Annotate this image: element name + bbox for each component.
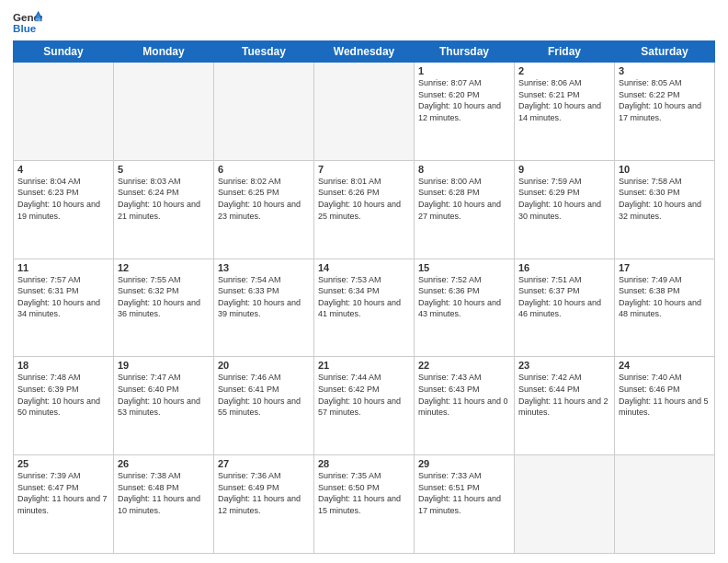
svg-text:Blue: Blue xyxy=(13,22,37,34)
day-info: Sunrise: 7:54 AMSunset: 6:33 PMDaylight:… xyxy=(218,274,310,320)
day-info: Sunrise: 7:52 AMSunset: 6:36 PMDaylight:… xyxy=(418,274,510,320)
calendar-cell: 15Sunrise: 7:52 AMSunset: 6:36 PMDayligh… xyxy=(415,259,515,357)
day-info: Sunrise: 8:01 AMSunset: 6:26 PMDaylight:… xyxy=(318,176,410,222)
logo: General Blue xyxy=(13,9,42,35)
generalblue-logo-icon: General Blue xyxy=(13,9,42,35)
calendar-cell: 17Sunrise: 7:49 AMSunset: 6:38 PMDayligh… xyxy=(615,259,715,357)
day-number: 3 xyxy=(619,65,711,76)
day-number: 8 xyxy=(418,164,510,175)
calendar-cell: 10Sunrise: 7:58 AMSunset: 6:30 PMDayligh… xyxy=(615,160,715,259)
weekday-header-friday: Friday xyxy=(515,41,615,63)
calendar-cell: 13Sunrise: 7:54 AMSunset: 6:33 PMDayligh… xyxy=(214,259,314,357)
day-number: 11 xyxy=(17,262,109,273)
day-info: Sunrise: 8:04 AMSunset: 6:23 PMDaylight:… xyxy=(17,176,109,222)
week-row-4: 25Sunrise: 7:39 AMSunset: 6:47 PMDayligh… xyxy=(14,455,715,554)
day-info: Sunrise: 8:02 AMSunset: 6:25 PMDaylight:… xyxy=(218,176,310,222)
calendar-cell: 18Sunrise: 7:48 AMSunset: 6:39 PMDayligh… xyxy=(14,357,114,455)
calendar-cell: 25Sunrise: 7:39 AMSunset: 6:47 PMDayligh… xyxy=(14,455,114,554)
day-number: 12 xyxy=(118,262,210,273)
day-info: Sunrise: 7:42 AMSunset: 6:44 PMDaylight:… xyxy=(518,372,610,418)
day-number: 13 xyxy=(218,262,310,273)
day-info: Sunrise: 8:00 AMSunset: 6:28 PMDaylight:… xyxy=(418,176,510,222)
day-number: 16 xyxy=(518,262,610,273)
calendar-cell: 26Sunrise: 7:38 AMSunset: 6:48 PMDayligh… xyxy=(114,455,214,554)
day-info: Sunrise: 8:06 AMSunset: 6:21 PMDaylight:… xyxy=(518,77,610,123)
calendar-table: SundayMondayTuesdayWednesdayThursdayFrid… xyxy=(13,40,715,554)
day-info: Sunrise: 7:55 AMSunset: 6:32 PMDaylight:… xyxy=(118,274,210,320)
calendar-cell xyxy=(214,63,314,161)
day-number: 6 xyxy=(218,164,310,175)
day-info: Sunrise: 7:58 AMSunset: 6:30 PMDaylight:… xyxy=(619,176,711,222)
day-info: Sunrise: 7:39 AMSunset: 6:47 PMDaylight:… xyxy=(17,470,109,516)
day-number: 28 xyxy=(318,458,410,469)
day-info: Sunrise: 7:59 AMSunset: 6:29 PMDaylight:… xyxy=(518,176,610,222)
day-number: 23 xyxy=(518,360,610,371)
weekday-header-wednesday: Wednesday xyxy=(314,41,415,63)
day-info: Sunrise: 7:53 AMSunset: 6:34 PMDaylight:… xyxy=(318,274,410,320)
day-number: 25 xyxy=(17,458,109,469)
week-row-3: 18Sunrise: 7:48 AMSunset: 6:39 PMDayligh… xyxy=(14,357,715,455)
calendar-cell: 6Sunrise: 8:02 AMSunset: 6:25 PMDaylight… xyxy=(214,160,314,259)
day-info: Sunrise: 7:57 AMSunset: 6:31 PMDaylight:… xyxy=(17,274,109,320)
day-info: Sunrise: 7:43 AMSunset: 6:43 PMDaylight:… xyxy=(418,372,510,418)
weekday-header-sunday: Sunday xyxy=(14,41,114,63)
calendar-cell: 20Sunrise: 7:46 AMSunset: 6:41 PMDayligh… xyxy=(214,357,314,455)
calendar-cell: 27Sunrise: 7:36 AMSunset: 6:49 PMDayligh… xyxy=(214,455,314,554)
day-info: Sunrise: 7:38 AMSunset: 6:48 PMDaylight:… xyxy=(118,470,210,516)
day-number: 29 xyxy=(418,458,510,469)
day-number: 19 xyxy=(118,360,210,371)
calendar-cell: 28Sunrise: 7:35 AMSunset: 6:50 PMDayligh… xyxy=(314,455,415,554)
day-info: Sunrise: 7:40 AMSunset: 6:46 PMDaylight:… xyxy=(619,372,711,418)
calendar-cell: 14Sunrise: 7:53 AMSunset: 6:34 PMDayligh… xyxy=(314,259,415,357)
calendar-cell xyxy=(314,63,415,161)
calendar-cell: 4Sunrise: 8:04 AMSunset: 6:23 PMDaylight… xyxy=(14,160,114,259)
header: General Blue xyxy=(13,9,715,35)
day-number: 26 xyxy=(118,458,210,469)
calendar-cell: 2Sunrise: 8:06 AMSunset: 6:21 PMDaylight… xyxy=(515,63,615,161)
weekday-header-thursday: Thursday xyxy=(415,41,515,63)
calendar-cell: 24Sunrise: 7:40 AMSunset: 6:46 PMDayligh… xyxy=(615,357,715,455)
day-number: 5 xyxy=(118,164,210,175)
weekday-header-saturday: Saturday xyxy=(615,41,715,63)
day-number: 17 xyxy=(619,262,711,273)
day-number: 2 xyxy=(518,65,610,76)
day-number: 21 xyxy=(318,360,410,371)
calendar-cell: 8Sunrise: 8:00 AMSunset: 6:28 PMDaylight… xyxy=(415,160,515,259)
day-number: 15 xyxy=(418,262,510,273)
calendar-cell xyxy=(114,63,214,161)
day-number: 10 xyxy=(619,164,711,175)
week-row-2: 11Sunrise: 7:57 AMSunset: 6:31 PMDayligh… xyxy=(14,259,715,357)
calendar-cell xyxy=(615,455,715,554)
day-info: Sunrise: 8:05 AMSunset: 6:22 PMDaylight:… xyxy=(619,77,711,123)
day-info: Sunrise: 7:44 AMSunset: 6:42 PMDaylight:… xyxy=(318,372,410,418)
calendar-cell: 9Sunrise: 7:59 AMSunset: 6:29 PMDaylight… xyxy=(515,160,615,259)
day-number: 20 xyxy=(218,360,310,371)
calendar-cell: 5Sunrise: 8:03 AMSunset: 6:24 PMDaylight… xyxy=(114,160,214,259)
calendar-cell xyxy=(515,455,615,554)
weekday-header-row: SundayMondayTuesdayWednesdayThursdayFrid… xyxy=(14,41,715,63)
day-info: Sunrise: 7:46 AMSunset: 6:41 PMDaylight:… xyxy=(218,372,310,418)
day-number: 27 xyxy=(218,458,310,469)
calendar-cell: 12Sunrise: 7:55 AMSunset: 6:32 PMDayligh… xyxy=(114,259,214,357)
calendar-cell: 16Sunrise: 7:51 AMSunset: 6:37 PMDayligh… xyxy=(515,259,615,357)
calendar-cell: 11Sunrise: 7:57 AMSunset: 6:31 PMDayligh… xyxy=(14,259,114,357)
week-row-1: 4Sunrise: 8:04 AMSunset: 6:23 PMDaylight… xyxy=(14,160,715,259)
calendar-cell: 21Sunrise: 7:44 AMSunset: 6:42 PMDayligh… xyxy=(314,357,415,455)
week-row-0: 1Sunrise: 8:07 AMSunset: 6:20 PMDaylight… xyxy=(14,63,715,161)
calendar-cell: 22Sunrise: 7:43 AMSunset: 6:43 PMDayligh… xyxy=(415,357,515,455)
calendar-cell: 19Sunrise: 7:47 AMSunset: 6:40 PMDayligh… xyxy=(114,357,214,455)
day-info: Sunrise: 8:03 AMSunset: 6:24 PMDaylight:… xyxy=(118,176,210,222)
weekday-header-monday: Monday xyxy=(114,41,214,63)
day-info: Sunrise: 7:49 AMSunset: 6:38 PMDaylight:… xyxy=(619,274,711,320)
day-number: 1 xyxy=(418,65,510,76)
day-info: Sunrise: 7:36 AMSunset: 6:49 PMDaylight:… xyxy=(218,470,310,516)
page: General Blue SundayMondayTuesdayWednesda… xyxy=(0,0,728,563)
day-info: Sunrise: 7:48 AMSunset: 6:39 PMDaylight:… xyxy=(17,372,109,418)
day-info: Sunrise: 8:07 AMSunset: 6:20 PMDaylight:… xyxy=(418,77,510,123)
calendar-cell: 3Sunrise: 8:05 AMSunset: 6:22 PMDaylight… xyxy=(615,63,715,161)
day-number: 24 xyxy=(619,360,711,371)
calendar-cell: 23Sunrise: 7:42 AMSunset: 6:44 PMDayligh… xyxy=(515,357,615,455)
day-number: 4 xyxy=(17,164,109,175)
weekday-header-tuesday: Tuesday xyxy=(214,41,314,63)
day-number: 9 xyxy=(518,164,610,175)
